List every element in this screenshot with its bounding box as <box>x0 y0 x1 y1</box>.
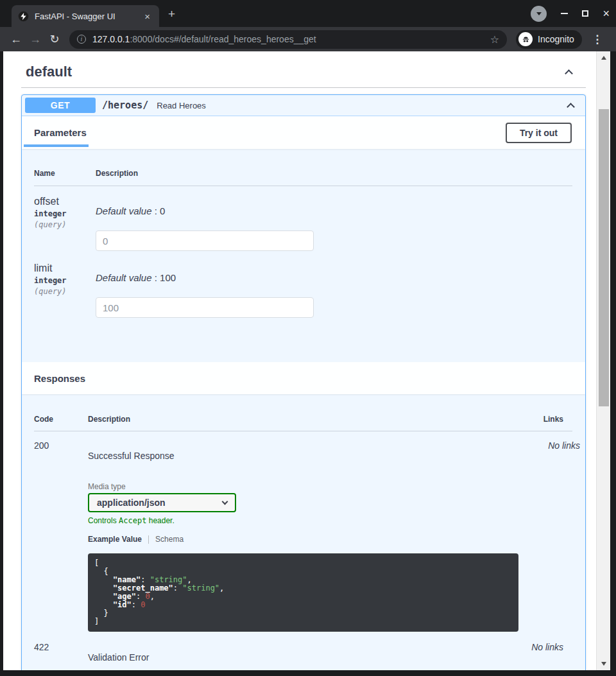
operation-path: /heroes/ <box>102 100 148 111</box>
swagger-page: default GET /heroes/ Read Heroes Paramet… <box>3 51 596 670</box>
parameter-name-cell: limit integer (query) <box>34 262 96 318</box>
parameter-description-cell: Default value : 0 <box>96 195 572 251</box>
code-line: "age": 0, <box>94 593 511 601</box>
parameter-default: Default value : 0 <box>96 205 572 217</box>
parameter-row: offset integer (query) Default value : 0 <box>34 195 572 251</box>
reload-icon[interactable]: ↻ <box>45 32 64 46</box>
tab-title: FastAPI - Swagger UI <box>35 12 142 21</box>
response-links: No links <box>518 440 586 632</box>
responses-title: Responses <box>34 373 85 384</box>
incognito-label: Incognito <box>538 34 574 44</box>
media-type-select[interactable]: application/json <box>88 493 236 512</box>
column-header-links: Links <box>502 415 572 424</box>
responses-table-head: Code Description Links <box>34 394 572 431</box>
chevron-up-icon[interactable] <box>567 103 575 111</box>
default-value-label: Default value <box>96 205 152 216</box>
column-header-name: Name <box>34 169 96 178</box>
tab-schema[interactable]: Schema <box>155 535 184 544</box>
parameter-name: offset <box>34 195 96 207</box>
tab-close-icon[interactable]: × <box>142 10 153 22</box>
address-bar[interactable]: i 127.0.0.1:8000/docs#/default/read_hero… <box>69 30 507 49</box>
browser-toolbar: ← → ↻ i 127.0.0.1:8000/docs#/default/rea… <box>0 27 616 51</box>
media-type-label: Media type <box>88 482 518 491</box>
forward-icon[interactable]: → <box>26 33 45 46</box>
operation-summary-text: Read Heroes <box>157 101 568 110</box>
responses-header: Responses <box>22 362 585 394</box>
code-line: "id": 0 <box>94 601 511 609</box>
media-type-value: application/json <box>97 498 223 508</box>
bookmark-star-icon[interactable]: ☆ <box>490 33 499 46</box>
code-line: } <box>94 609 511 618</box>
url-text[interactable]: 127.0.0.1:8000/docs#/default/read_heroes… <box>92 34 485 44</box>
parameters-table: Name Description offset integer (query) … <box>22 149 585 362</box>
page-viewport: default GET /heroes/ Read Heroes Paramet… <box>3 51 610 670</box>
parameter-name-cell: offset integer (query) <box>34 195 96 251</box>
accept-note-prefix: Controls <box>88 516 119 525</box>
default-value-separator: : <box>152 272 160 283</box>
new-tab-icon[interactable]: + <box>168 8 175 20</box>
example-tabs: Example Value Schema <box>88 535 518 544</box>
code-line: ] <box>94 618 511 626</box>
response-row-422: 422 Validation Error No links <box>34 642 572 663</box>
browser-window: { "browser": { "tab_title": "FastAPI - S… <box>0 0 616 676</box>
tag-section-header[interactable]: default <box>26 61 586 83</box>
tab-search-icon[interactable] <box>531 6 547 22</box>
browser-tab[interactable]: FastAPI - Swagger UI × <box>12 5 159 27</box>
offset-input[interactable] <box>96 230 314 251</box>
parameter-type: integer <box>34 276 96 285</box>
response-code: 422 <box>34 642 88 663</box>
window-maximize-icon[interactable] <box>582 10 588 17</box>
scroll-down-icon[interactable] <box>601 662 606 666</box>
menu-dots-icon[interactable]: ⋮ <box>590 33 605 46</box>
parameter-location: (query) <box>34 287 96 296</box>
incognito-icon <box>518 32 533 46</box>
scroll-up-icon[interactable] <box>601 56 606 60</box>
tab-divider <box>148 535 149 544</box>
response-description: Validation Error <box>88 652 502 663</box>
fastapi-logo-icon <box>18 11 29 22</box>
code-line: "secret_name": "string", <box>94 584 511 593</box>
default-value-label: Default value <box>96 272 152 283</box>
code-line: [ <box>94 559 511 568</box>
url-host: 127.0.0.1 <box>92 34 130 44</box>
window-close-icon[interactable]: × <box>603 8 610 19</box>
method-badge: GET <box>25 98 96 113</box>
response-description-cell: Successful Response Media type applicati… <box>88 440 518 632</box>
default-value: 100 <box>160 272 176 283</box>
response-description: Successful Response <box>88 451 518 461</box>
window-controls: × <box>531 0 610 27</box>
parameter-default: Default value : 100 <box>96 272 572 284</box>
chevron-down-icon <box>536 12 542 15</box>
operation-summary[interactable]: GET /heroes/ Read Heroes <box>22 95 585 116</box>
accept-note-code: Accept <box>119 516 146 525</box>
chevron-up-icon[interactable] <box>565 69 573 78</box>
window-minimize-icon[interactable] <box>561 13 568 14</box>
parameters-table-head: Name Description <box>34 149 572 186</box>
page-scrollbar[interactable] <box>596 51 610 670</box>
site-info-icon[interactable]: i <box>77 35 86 44</box>
parameter-row: limit integer (query) Default value : 10… <box>34 262 572 318</box>
scrollbar-thumb[interactable] <box>599 109 609 406</box>
try-it-out-button[interactable]: Try it out <box>506 123 572 143</box>
operation-block: GET /heroes/ Read Heroes Parameters Try … <box>21 94 586 670</box>
parameter-description-cell: Default value : 100 <box>96 262 572 318</box>
default-value-separator: : <box>152 205 160 216</box>
response-links: No links <box>502 642 572 663</box>
parameters-header: Parameters Try it out <box>22 116 585 149</box>
parameter-name: limit <box>34 262 96 274</box>
default-value: 0 <box>160 205 165 216</box>
url-path: :8000/docs#/default/read_heroes_heroes__… <box>130 34 316 44</box>
accept-note-suffix: header. <box>146 516 174 525</box>
tab-example-value[interactable]: Example Value <box>88 535 142 544</box>
example-json-block[interactable]: [ { "name": "string", "secret_name": "st… <box>88 553 518 632</box>
back-icon[interactable]: ← <box>6 33 26 46</box>
divider <box>21 87 586 88</box>
active-tab-underline <box>24 144 89 147</box>
tab-parameters[interactable]: Parameters <box>34 127 87 138</box>
limit-input[interactable] <box>96 297 314 318</box>
accept-header-note: Controls Accept header. <box>88 516 518 525</box>
parameter-type: integer <box>34 209 96 218</box>
tag-title: default <box>26 64 72 80</box>
incognito-badge: Incognito <box>516 30 582 49</box>
parameter-location: (query) <box>34 220 96 229</box>
